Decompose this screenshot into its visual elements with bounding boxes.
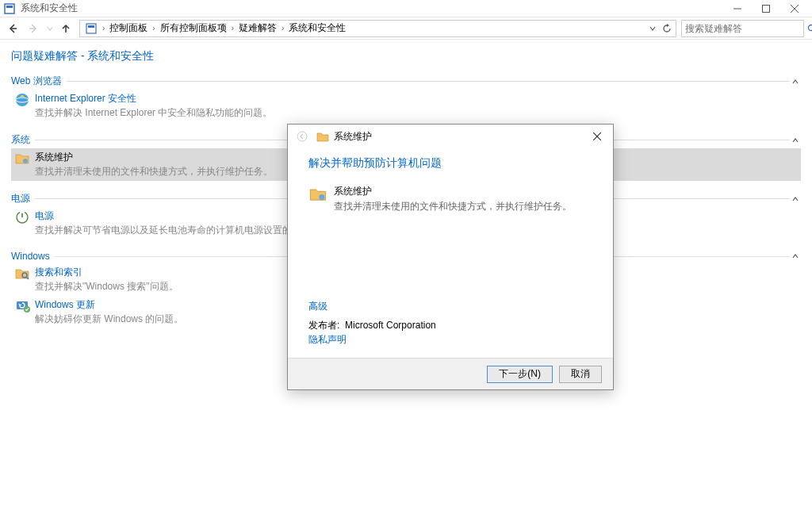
svg-rect-1 (6, 6, 13, 8)
app-icon (3, 2, 16, 15)
dialog-heading: 解决并帮助预防计算机问题 (308, 156, 592, 171)
window-minimize-button[interactable] (723, 0, 752, 17)
breadcrumb-sep-icon: › (151, 24, 156, 33)
svg-point-15 (23, 159, 28, 163)
dialog-item-title: 系统维护 (334, 185, 572, 198)
breadcrumb-item[interactable]: 系统和安全性 (285, 21, 349, 35)
svg-rect-0 (5, 4, 14, 13)
dialog-footer: 下一步(N) 取消 (288, 358, 613, 389)
item-desc: 解决妨碍你更新 Windows 的问题。 (35, 313, 183, 326)
svg-point-26 (319, 194, 324, 200)
address-icon (85, 22, 98, 35)
breadcrumb-item[interactable]: 所有控制面板项 (157, 21, 230, 35)
publisher-label: 发布者: (308, 320, 339, 331)
section-label: 系统 (11, 133, 30, 147)
dialog-titlebar: 系统维护 (288, 125, 613, 148)
chevron-up-icon[interactable] (790, 76, 801, 87)
breadcrumb-item[interactable]: 控制面板 (106, 21, 151, 35)
search-input[interactable] (682, 23, 807, 34)
svg-rect-18 (20, 211, 25, 213)
svg-point-11 (809, 25, 813, 30)
search-icon (14, 266, 30, 282)
item-title: 系统维护 (35, 151, 273, 164)
window-title: 系统和安全性 (21, 2, 723, 15)
dialog-body: 解决并帮助预防计算机问题 系统维护 查找并清理未使用的文件和快捷方式，并执行维护… (288, 148, 613, 358)
item-title: 电源 (35, 209, 320, 223)
address-dropdown-button[interactable] (645, 21, 660, 36)
next-button[interactable]: 下一步(N) (487, 366, 553, 383)
nav-recent-dropdown[interactable] (44, 19, 56, 38)
list-item-ie-security[interactable]: Internet Explorer 安全性 查找并解决 Internet Exp… (11, 90, 801, 122)
section-header[interactable]: Web 浏览器 (11, 75, 801, 88)
item-title: 搜索和索引 (35, 266, 178, 279)
dialog-close-button[interactable] (586, 127, 608, 146)
chevron-up-icon[interactable] (790, 251, 801, 262)
item-title: Windows 更新 (35, 298, 183, 312)
section-label: Web 浏览器 (11, 75, 62, 88)
search-icon[interactable] (807, 21, 812, 36)
breadcrumb-sep-icon: › (280, 24, 285, 33)
folder-icon (308, 185, 327, 204)
chevron-up-icon[interactable] (790, 135, 801, 146)
breadcrumb-item[interactable]: 疑难解答 (236, 21, 280, 35)
page-title: 问题疑难解答 - 系统和安全性 (11, 49, 801, 63)
browser-icon (14, 92, 30, 108)
cancel-button[interactable]: 取消 (559, 366, 602, 383)
svg-rect-9 (86, 24, 96, 33)
troubleshooter-dialog: 系统维护 解决并帮助预防计算机问题 系统维护 查找并清理未使用的文件和快捷方式，… (287, 124, 614, 390)
item-desc: 查找并清理未使用的文件和快捷方式，并执行维护任务。 (35, 165, 273, 178)
dialog-title: 系统维护 (334, 130, 586, 144)
dialog-item-desc: 查找并清理未使用的文件和快捷方式，并执行维护任务。 (334, 200, 572, 213)
navbar: › 控制面板 › 所有控制面板项 › 疑难解答 › 系统和安全性 (0, 17, 812, 40)
breadcrumb-sep-icon: › (230, 24, 236, 33)
svg-rect-10 (88, 25, 94, 28)
section-separator (67, 81, 790, 82)
svg-point-23 (297, 132, 307, 141)
item-desc: 查找并解决"Windows 搜索"问题。 (35, 280, 178, 293)
item-desc: 查找并解决 Internet Explorer 中安全和隐私功能的问题。 (35, 106, 272, 120)
dialog-troubleshooter-item: 系统维护 查找并清理未使用的文件和快捷方式，并执行维护任务。 (308, 185, 592, 213)
dialog-publisher: 发布者: Microsoft Corporation (308, 319, 436, 332)
dialog-privacy-link[interactable]: 隐私声明 (308, 333, 347, 347)
breadcrumb-sep-icon: › (101, 24, 106, 33)
dialog-title-icon (316, 130, 329, 143)
item-desc: 查找并解决可节省电源以及延长电池寿命的计算机电源设置的问题。 (35, 224, 320, 237)
window-maximize-button[interactable] (752, 0, 780, 17)
update-icon (14, 298, 30, 314)
titlebar: 系统和安全性 (0, 0, 812, 17)
section-label: 电源 (11, 192, 30, 205)
nav-up-button[interactable] (57, 20, 75, 37)
address-refresh-button[interactable] (660, 21, 674, 36)
section-label: Windows (11, 251, 50, 262)
address-bar[interactable]: › 控制面板 › 所有控制面板项 › 疑难解答 › 系统和安全性 (79, 20, 676, 37)
window-close-button[interactable] (780, 0, 809, 17)
power-icon (14, 209, 30, 225)
search-box[interactable] (681, 20, 804, 37)
svg-rect-3 (763, 5, 770, 12)
dialog-advanced-link[interactable]: 高级 (308, 300, 327, 313)
folder-icon (14, 151, 30, 167)
item-title: Internet Explorer 安全性 (35, 92, 272, 105)
nav-back-button[interactable] (3, 19, 22, 38)
section-web-browser: Web 浏览器 Internet Explorer 安全性 查找并解决 Inte… (11, 75, 801, 122)
chevron-up-icon[interactable] (790, 194, 801, 205)
dialog-back-button[interactable] (293, 127, 312, 146)
nav-forward-button[interactable] (24, 19, 43, 38)
publisher-value: Microsoft Corporation (345, 320, 436, 331)
